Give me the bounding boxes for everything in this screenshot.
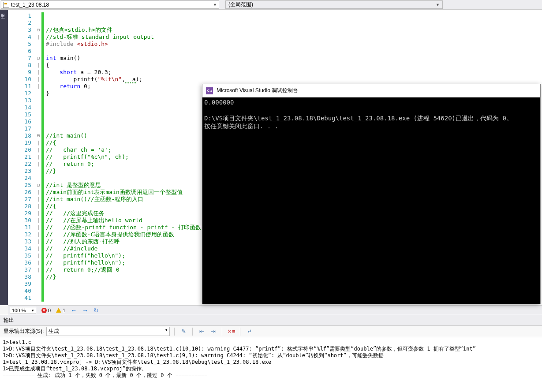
fold-toggle: | — [35, 139, 41, 146]
fold-toggle: | — [35, 83, 41, 90]
fold-toggle — [35, 295, 41, 302]
fold-toggle: | — [35, 217, 41, 224]
fold-toggle: | — [35, 62, 41, 69]
fold-toggle — [35, 111, 41, 118]
line-number: 20 — [8, 146, 31, 153]
fold-toggle — [35, 118, 41, 125]
fold-toggle: | — [35, 245, 41, 252]
line-number: 38 — [8, 273, 31, 280]
code-line[interactable]: short a = 20.3; — [46, 69, 540, 76]
code-line[interactable]: //std-标准 standard input output — [46, 34, 540, 41]
line-number: 24 — [8, 175, 31, 182]
line-number: 10 — [8, 76, 31, 83]
fold-toggle[interactable]: ⊟ — [35, 182, 41, 189]
line-number: 21 — [8, 153, 31, 161]
fold-toggle — [35, 287, 41, 295]
code-line[interactable] — [46, 48, 540, 55]
fold-toggle — [35, 97, 41, 104]
fold-toggle[interactable]: ⊟ — [35, 55, 41, 62]
fold-toggle: | — [35, 203, 41, 210]
line-number: 9 — [8, 69, 31, 76]
code-line[interactable] — [46, 19, 540, 26]
output-toolbar: 显示输出来源(S): 生成 ▾ ✎ ⇤ ⇥ ✕≡ ⤶ — [0, 326, 542, 337]
console-title-text: Microsoft Visual Studio 调试控制台 — [217, 87, 298, 94]
next-message-button[interactable]: ⇥ — [209, 327, 217, 336]
output-panel-header[interactable]: 输出 — [0, 315, 542, 326]
code-line[interactable]: printf("%lf\n", a); — [46, 76, 540, 83]
scope-selector[interactable]: (全局范围) ▼ — [225, 0, 443, 9]
code-line[interactable]: #include <stdio.h> — [46, 41, 540, 48]
fold-toggle — [35, 125, 41, 132]
chevron-down-icon: ▾ — [32, 308, 34, 313]
error-count[interactable]: ✕ 0 — [41, 308, 51, 313]
line-number: 18 — [8, 132, 31, 139]
line-number: 41 — [8, 295, 31, 302]
line-number: 3 — [8, 26, 31, 34]
line-number: 4 — [8, 34, 31, 41]
line-number-gutter: 1234567891011121314151617181920212223242… — [8, 10, 35, 305]
line-number: 34 — [8, 245, 31, 252]
zoom-selector[interactable]: 100 %▾ — [10, 307, 36, 314]
line-number: 40 — [8, 287, 31, 295]
fold-toggle[interactable]: ⊟ — [35, 132, 41, 139]
fold-toggle: | — [35, 231, 41, 238]
line-number: 39 — [8, 280, 31, 287]
prev-message-button[interactable]: ⇤ — [197, 327, 206, 336]
fold-toggle[interactable]: ⊟ — [35, 26, 41, 34]
fold-toggle: | — [35, 238, 41, 245]
output-source-label: 显示输出来源(S): — [4, 328, 44, 335]
wrap-button[interactable]: ⤶ — [245, 327, 254, 336]
fold-toggle — [35, 90, 41, 97]
line-number: 16 — [8, 118, 31, 125]
separator — [192, 328, 193, 336]
code-line[interactable]: { — [46, 62, 540, 69]
fold-column[interactable]: ⊟|⊟||||⊟||||⊟|||||||||||| — [35, 10, 41, 305]
file-selector[interactable]: test_1_23.08.18 ▼ — [1, 0, 219, 9]
line-number: 25 — [8, 182, 31, 189]
fold-toggle: | — [35, 210, 41, 217]
console-titlebar[interactable]: C:\ Microsoft Visual Studio 调试控制台 — [202, 84, 540, 97]
clear-button[interactable]: ✕≡ — [227, 327, 235, 336]
output-source-select[interactable]: 生成 ▾ — [46, 327, 170, 336]
fold-toggle — [35, 19, 41, 26]
find-message-button[interactable]: ✎ — [179, 327, 188, 336]
nav-back-button[interactable]: ← — [71, 307, 77, 314]
line-number: 11 — [8, 83, 31, 90]
nav-loop-button[interactable]: ↻ — [93, 307, 99, 314]
fold-toggle — [35, 41, 41, 48]
chevron-down-icon: ▾ — [165, 328, 168, 335]
code-line[interactable]: //包含<stdio.h>的文件 — [46, 26, 540, 34]
line-number: 33 — [8, 238, 31, 245]
line-number: 36 — [8, 259, 31, 266]
fold-toggle — [35, 48, 41, 55]
console-output[interactable]: 0.000000 D:\VS项目文件夹\test_1_23.08.18\Debu… — [202, 97, 540, 304]
fold-toggle — [35, 273, 41, 280]
line-number: 12 — [8, 90, 31, 97]
line-number: 29 — [8, 210, 31, 217]
navigation-bar: test_1_23.08.18 ▼ (全局范围) ▼ — [0, 0, 542, 10]
line-number: 32 — [8, 231, 31, 238]
debug-console-window[interactable]: C:\ Microsoft Visual Studio 调试控制台 0.0000… — [202, 84, 541, 304]
warning-count[interactable]: 1 — [56, 308, 65, 313]
fold-toggle: | — [35, 69, 41, 76]
file-name: test_1_23.08.18 — [11, 2, 49, 8]
chevron-down-icon: ▼ — [436, 3, 440, 7]
fold-toggle: | — [35, 196, 41, 203]
fold-toggle: | — [35, 224, 41, 231]
side-tab[interactable]: 工 — [0, 11, 6, 13]
line-number: 22 — [8, 161, 31, 168]
line-number: 35 — [8, 252, 31, 259]
line-number: 15 — [8, 111, 31, 118]
side-tab-strip[interactable]: 服 工 — [0, 10, 8, 305]
file-icon — [3, 2, 9, 8]
fold-toggle: | — [35, 252, 41, 259]
fold-toggle — [35, 280, 41, 287]
nav-forward-button[interactable]: → — [82, 307, 88, 314]
code-line[interactable]: int main() — [46, 55, 540, 62]
fold-toggle — [35, 168, 41, 175]
output-text[interactable]: 1>test1.c 1>D:\VS项目文件夹\test_1_23.08.18\t… — [0, 337, 542, 381]
line-number: 8 — [8, 62, 31, 69]
fold-toggle: | — [35, 259, 41, 266]
code-line[interactable] — [46, 12, 540, 19]
separator — [240, 328, 240, 336]
